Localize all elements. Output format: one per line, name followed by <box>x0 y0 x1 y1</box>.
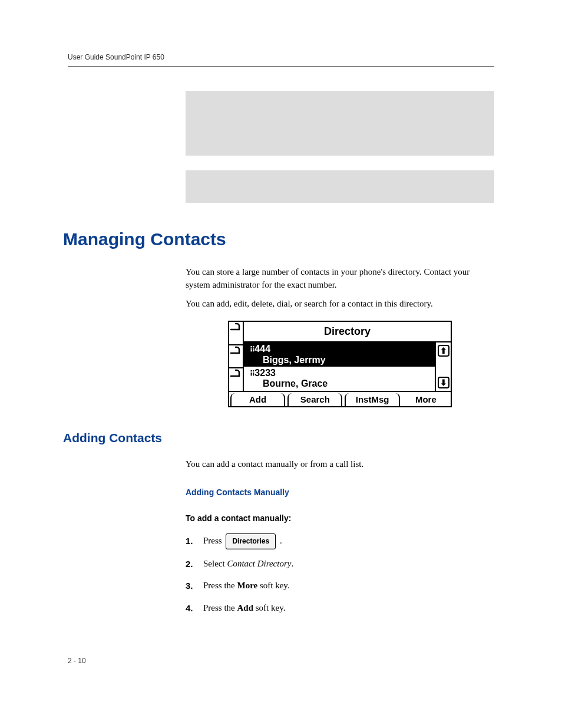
entry-number: 444 <box>250 344 270 354</box>
line-key-icon <box>229 322 243 345</box>
softkey-row: Add Search InstMsg More <box>229 391 451 406</box>
placeholder-block-2 <box>186 170 494 203</box>
step-text: Select <box>203 559 227 568</box>
softkey-add: Add <box>230 393 285 406</box>
entry-number: 3233 <box>250 368 276 378</box>
directory-entry: 3233 Bourne, Grace <box>244 367 435 391</box>
directory-list: 444 Biggs, Jerrmy 3233 Bourne, Grace <box>243 342 436 391</box>
step-text: . <box>277 536 282 545</box>
heading-adding-contacts: Adding Contacts <box>63 431 494 445</box>
step-1: Press Directories . <box>186 533 494 549</box>
heading-adding-manually: Adding Contacts Manually <box>186 487 494 497</box>
entry-name: Biggs, Jerrmy <box>250 355 431 365</box>
step-bold: Add <box>237 603 254 612</box>
directories-button-icon: Directories <box>226 533 276 549</box>
step-bold: More <box>237 581 258 590</box>
phone-screen-title: Directory <box>244 322 451 342</box>
heading-managing-contacts: Managing Contacts <box>63 229 494 249</box>
intro-paragraph-2: You can add, edit, delete, dial, or sear… <box>186 298 494 311</box>
line-key-icon <box>229 368 243 391</box>
line-key-column <box>229 322 244 391</box>
step-2: Select Contact Directory. <box>186 556 494 572</box>
softkey-more: More <box>402 393 449 406</box>
step-3: Press the More soft key. <box>186 578 494 594</box>
adding-intro: You can add a contact manually or from a… <box>186 458 494 471</box>
step-4: Press the Add soft key. <box>186 601 494 616</box>
page-number: 2 - 10 <box>68 657 494 665</box>
step-text: Press the <box>203 581 237 590</box>
directory-entry-selected: 444 Biggs, Jerrmy <box>244 342 435 367</box>
procedure-steps: Press Directories . Select Contact Direc… <box>186 533 494 616</box>
intro-paragraph-1: You can store a large number of contacts… <box>186 266 494 292</box>
softkey-instmsg: InstMsg <box>345 393 399 406</box>
step-text: Press <box>203 536 224 545</box>
phone-screen-figure: Directory 444 Biggs, Jerrmy 3233 Bourne,… <box>228 321 452 407</box>
step-text: soft key. <box>253 603 285 612</box>
step-emphasis: Contact Directory <box>227 559 291 568</box>
scroll-down-icon: ⬇ <box>438 377 449 388</box>
running-head: User Guide SoundPoint IP 650 <box>68 53 494 61</box>
entry-name: Bourne, Grace <box>250 378 431 389</box>
placeholder-block-1 <box>186 91 494 156</box>
step-text: soft key. <box>257 581 289 590</box>
softkey-search: Search <box>287 393 342 406</box>
line-key-icon <box>229 345 243 369</box>
procedure-title: To add a contact manually: <box>186 513 494 523</box>
step-text: Press the <box>203 603 237 612</box>
scroll-up-icon: ⬆ <box>438 345 449 357</box>
header-rule <box>68 66 494 67</box>
step-text: . <box>291 559 293 568</box>
